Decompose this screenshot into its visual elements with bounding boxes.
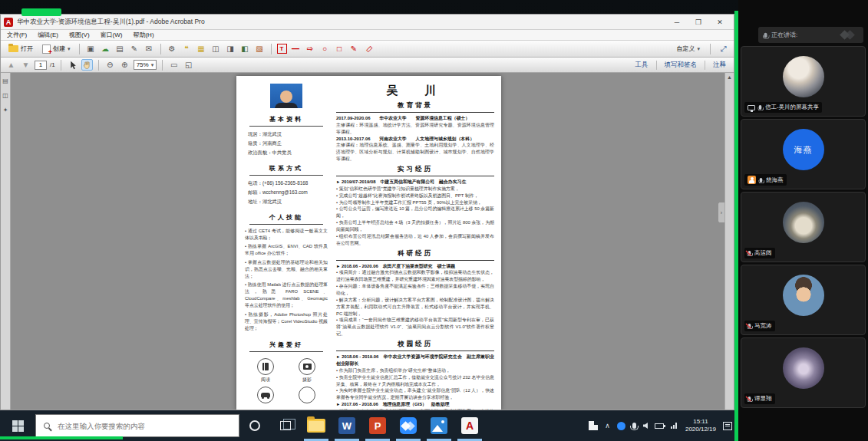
tray-app-icon[interactable] [589,421,598,430]
tray-speaker-icon[interactable] [643,423,648,429]
menu-item[interactable]: 文件(F) [7,31,27,39]
participant-tile[interactable]: 信工-吴川的屏幕共享 [741,46,866,117]
participant-tile[interactable]: 高运阔 [741,192,866,262]
export-icon[interactable]: ◧ [239,43,251,54]
page-up-icon[interactable]: ▲ [5,59,17,71]
email-icon[interactable]: ✉ [144,43,155,54]
save-icon[interactable]: ▣ [85,43,97,54]
taskbar-app-acrobat[interactable]: A [454,410,485,441]
task-view-button[interactable] [270,410,301,441]
zoom-in-icon[interactable]: ⊕ [119,59,130,71]
panel-collapse-handle[interactable]: › [718,202,724,223]
action-center-icon[interactable] [723,422,732,430]
taskbar-app-powerpoint[interactable]: P [362,410,393,441]
hobby-circle [299,387,315,403]
participant-mic-icon [759,105,762,110]
hand-tool-icon[interactable] [81,59,93,71]
line-tool-icon[interactable]: — [290,43,302,54]
gear-icon[interactable]: ⚙ [167,43,178,54]
comment-bubble-icon[interactable]: ❝ [181,43,193,54]
tray-battery-icon[interactable] [655,423,664,429]
fit-page-icon[interactable]: ◱ [183,59,194,71]
menu-item[interactable]: 窗口(W) [101,31,123,39]
taskbar-app-photos[interactable] [424,410,454,441]
page-down-icon[interactable]: ▼ [20,59,31,71]
participant-tile[interactable]: 马宽涛 [741,265,866,335]
close-button[interactable]: ✕ [709,16,731,28]
tray-microphone-icon[interactable] [632,423,636,429]
square-tool-icon[interactable]: □ [334,43,345,54]
participant-tile[interactable]: 谭显翔 [741,337,866,408]
search-input[interactable] [56,421,210,431]
page-thumbnails-icon[interactable]: ▤ [2,77,8,84]
attachments-icon[interactable]: ✦ [3,107,8,114]
participant-tile[interactable]: 海燕 慈海燕 [741,119,866,189]
word-icon: W [338,417,355,434]
eraser-tool-icon[interactable]: ▭ [360,41,376,57]
share-border-right [734,11,738,441]
resume-line: 策划“信和红色研学营”党建学习知识量梳理并制作实施方案， [336,186,494,193]
divider [336,112,494,113]
participant-name: 马宽涛 [754,322,772,330]
hobby-icon [261,393,270,397]
highlight-icon[interactable]: ▨ [254,43,266,54]
attach-icon[interactable]: ◨ [225,43,236,54]
menu-item[interactable]: 帮助(H) [133,31,153,39]
cortana-button[interactable] [239,410,270,441]
create-label: 创建 [53,44,65,53]
sticky-note-icon[interactable]: ▦ [196,43,207,54]
resume-line: 存在问题：单体设备角度不能满足实验条件；三维数据采集移动不便，实现自动化， [336,283,494,297]
minimize-button[interactable]: ─ [666,16,688,28]
avatar: 海燕 [783,129,824,170]
stamp-icon[interactable]: ◫ [210,43,222,54]
arrow-tool-icon[interactable]: ⇨ [305,43,316,54]
scroll-up-arrow[interactable]: ▲ [725,73,734,80]
desktop: A 华中农业大学-资源环境信息工程-吴川(1).pdf - Adobe Acro… [0,0,868,441]
zoom-out-icon[interactable]: ⊖ [104,59,116,71]
section-title: 实习经历 [336,165,494,174]
chevron-down-icon: ▾ [697,46,700,52]
taskbar-search[interactable] [35,414,239,437]
taskbar-clock[interactable]: 15:11 2020/12/19 [685,418,716,434]
divider [710,44,711,54]
textbox-tool-icon[interactable]: T [277,44,287,54]
restore-button[interactable]: ❐ [688,16,709,28]
taskbar-app-explorer[interactable] [301,410,332,441]
resume-line: 负责全院毕业生就业信息汇总工作，借助就业交流公众号统计 232 名毕业信息采集、… [336,374,494,388]
taskbar-app-meeting[interactable] [393,410,424,441]
tools-panel-button[interactable]: 工具 [632,61,652,70]
skill-item: 熟练使用 Matlab 进行点云数据的处理算法，熟悉 FARO SCENE、Cl… [245,281,328,310]
contact-item: 电话：(+86) 156-2365-8168 [243,179,329,188]
tray-meeting-icon[interactable] [617,422,625,430]
open-button[interactable]: 打开 [5,43,36,54]
zoom-level-select[interactable]: 75% ▾ [134,60,157,70]
divider [705,61,705,70]
create-button[interactable]: 创建 ▾ [39,43,74,55]
cloud-upload-icon[interactable]: ☁ [100,43,111,54]
windows-logo-icon [12,420,24,432]
print-icon[interactable]: ▤ [114,43,126,54]
select-tool-icon[interactable] [67,59,78,71]
bookmarks-icon[interactable]: ◫ [2,92,8,99]
menu-item[interactable]: 视图(V) [69,31,90,39]
fill-sign-panel-button[interactable]: 填写和签名 [662,61,701,70]
pencil-tool-icon[interactable]: ✎ [348,43,360,54]
fit-width-icon[interactable]: ▭ [168,59,180,71]
customize-button[interactable]: 自定义 ▾ [673,43,703,54]
pdf-page[interactable]: 基本资料 现居：湖北武汉 籍贯：河南商丘 政治面貌：中共党员 联系方式 [236,76,501,410]
avatar [783,347,824,389]
vertical-scrollbar[interactable]: ▲ [724,73,734,410]
resume-line: 项目简介：通过融合激光扫描点云数据和数字影像，模拟油菜动态生长状态，进行油菜农田… [336,269,494,283]
section-title: 科研经历 [336,249,494,258]
page-number-input[interactable] [35,61,47,70]
expand-icon[interactable]: ⤢ [718,43,729,54]
acrobat-app-icon: A [4,18,13,27]
comment-panel-button[interactable]: 注释 [710,61,729,70]
sign-icon[interactable]: ✎ [129,43,140,54]
menu-item[interactable]: 编辑(E) [38,31,58,39]
taskbar-app-word[interactable]: W [332,410,362,441]
titlebar[interactable]: A 华中农业大学-资源环境信息工程-吴川(1).pdf - Adobe Acro… [1,15,734,30]
hidden-icons-chevron[interactable]: ∧ [605,422,610,429]
tray-network-icon[interactable] [671,423,678,429]
circle-tool-icon[interactable]: ○ [319,43,331,54]
